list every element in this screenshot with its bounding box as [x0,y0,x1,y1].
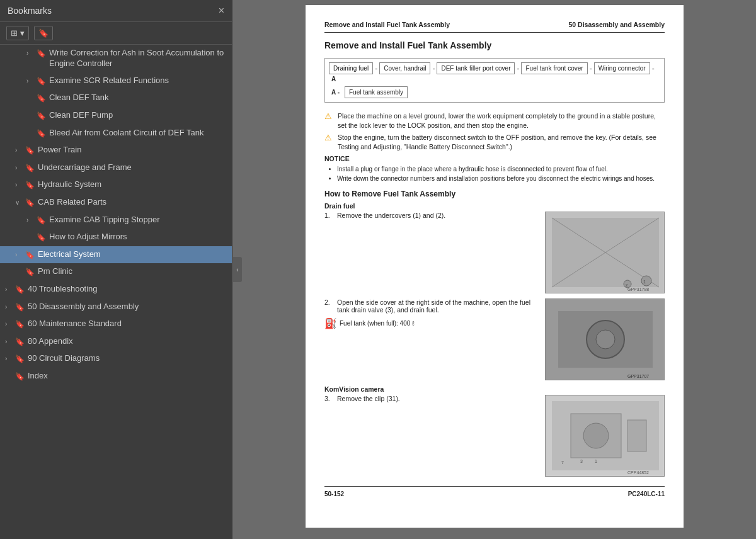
svg-rect-18 [627,420,646,451]
bookmark-icon-clean-def-pump: 🔖 [37,111,46,122]
doc-header-left: Remove and Install Fuel Tank Assembly [324,21,450,28]
expand-arrow-undercarriage[interactable]: › [15,164,23,172]
bookmark-icon-bleed-air: 🔖 [37,129,46,139]
bookmark-item-circuit[interactable]: ›🔖90 Circuit Diagrams [0,350,232,368]
bookmark-item-scr[interactable]: ›🔖Examine SCR Related Functions [0,72,232,90]
bookmark-icon-soot: 🔖 [37,49,46,59]
step-1-image: 1 2 GPP31788 [545,212,665,293]
document-panel: ‹ Remove and Install Fuel Tank Assembly … [233,0,756,539]
expand-arrow-cab-related[interactable]: ∨ [15,198,23,207]
flow-box-1: Draining fuel [329,62,373,74]
flow-box-2: Cover, handrail [379,62,430,74]
svg-text:GPP31788: GPP31788 [627,287,649,292]
bookmark-icon-circuit: 🔖 [15,355,25,365]
bookmark-item-appendix[interactable]: ›🔖80 Appendix [0,333,232,351]
svg-point-17 [583,423,609,448]
document-page: Remove and Install Fuel Tank Assembly 50… [306,5,684,528]
bookmark-list: ›🔖Write Correction for Ash in Soot Accum… [0,45,232,539]
flow-arrow-1: - [373,64,379,73]
bookmark-text-examine-cab: Examine CAB Tipping Stopper [49,215,227,225]
bookmark-item-examine-cab[interactable]: ›🔖Examine CAB Tipping Stopper [0,212,232,229]
flow-box-final: Fuel tank assembly [345,86,408,98]
footer-right: PC240LC-11 [628,491,665,497]
expand-arrow-troubleshooting[interactable]: › [5,285,13,293]
bookmark-item-pm-clinic[interactable]: 🔖Pm Clinic [0,263,232,281]
collapse-tab[interactable]: ‹ [233,257,242,282]
bookmark-item-clean-def-tank[interactable]: 🔖Clean DEF Tank [0,89,232,107]
svg-text:1: 1 [595,459,597,463]
bookmark-item-cab-related[interactable]: ∨🔖CAB Related Parts [0,194,232,212]
bookmark-text-undercarriage: Undercarriage and Frame [38,162,227,173]
bookmark-icon-scr: 🔖 [37,77,46,87]
notice-list: Install a plug or flange in the place wh… [324,164,665,183]
bookmark-icon-electrical: 🔖 [25,251,35,261]
bookmark-item-disassembly[interactable]: ›🔖50 Disassembly and Assembly [0,298,232,316]
footer-left: 50-152 [324,491,344,497]
bookmarks-header: Bookmarks × [0,0,232,22]
bookmark-icon-disassembly: 🔖 [15,303,25,313]
bookmarks-title: Bookmarks [8,6,52,16]
bookmark-item-power-train[interactable]: ›🔖Power Train [0,142,232,159]
bookmark-button[interactable]: 🔖 [34,26,53,40]
bookmark-text-disassembly: 50 Disassembly and Assembly [28,302,227,312]
close-icon[interactable]: × [219,5,224,16]
bookmark-item-adjust-mirrors[interactable]: 🔖How to Adjust Mirrors [0,229,232,246]
bookmark-item-clean-def-pump[interactable]: 🔖Clean DEF Pump [0,107,232,125]
expand-arrow-circuit[interactable]: › [5,355,13,363]
expand-arrow-appendix[interactable]: › [5,338,13,346]
flow-arrow-5: - [650,64,656,73]
step-1-content: Remove the undercovers (1) and (2). [337,212,539,219]
flow-box-3: DEF tank filler port cover [437,62,515,74]
bookmark-icon-maintenance: 🔖 [15,320,25,330]
bookmark-item-soot[interactable]: ›🔖Write Correction for Ash in Soot Accum… [0,45,232,72]
notice-item-2: Write down the connector numbers and ins… [337,174,665,183]
subsection-komvision: KomVision camera [324,385,665,393]
bookmark-text-scr: Examine SCR Related Functions [49,76,227,86]
bookmark-icon-cab-related: 🔖 [25,198,35,208]
bookmark-icon-index: 🔖 [15,372,25,382]
step-3-text: 3. Remove the clip (31). [324,395,539,477]
expand-arrow-disassembly[interactable]: › [5,303,13,311]
expand-arrow-examine-cab[interactable]: › [26,216,34,224]
flow-arrow-2: - [430,64,437,73]
expand-arrow-soot[interactable]: › [26,49,34,57]
svg-text:CPP44852: CPP44852 [627,470,649,475]
step-3-image: 7 3 1 CPP44852 [545,395,665,477]
bookmark-item-undercarriage[interactable]: ›🔖Undercarriage and Frame [0,159,232,177]
bookmark-icon-adjust-mirrors: 🔖 [37,233,46,243]
bookmark-item-troubleshooting[interactable]: ›🔖40 Troubleshooting [0,281,232,298]
flow-arrow-4: - [588,64,594,73]
bookmark-text-index: Index [28,371,227,382]
bookmark-item-maintenance[interactable]: ›🔖60 Maintenance Standard [0,315,232,333]
bookmark-icon-power-train: 🔖 [25,146,35,156]
svg-text:1: 1 [643,280,646,284]
flow-diagram: Draining fuel - Cover, handrail - DEF ta… [324,58,665,103]
bookmark-item-index[interactable]: 🔖Index [0,368,232,385]
bookmark-text-adjust-mirrors: How to Adjust Mirrors [49,232,227,242]
step-2-text: 2. Open the side cover at the right side… [324,298,539,380]
flow-box-4: Fuel tank front cover [521,62,587,74]
flow-label-a: A [329,74,338,84]
bookmark-text-cab-related: CAB Related Parts [38,197,227,208]
spec-line: ⛽ Fuel tank (when full): 400 ℓ [324,317,539,329]
flow-label-a2: A - [329,88,342,97]
warning-text-1: Place the machine on a level ground, low… [338,111,665,130]
bookmark-text-electrical: Electrical System [38,249,227,260]
expand-arrow-scr[interactable]: › [26,77,34,85]
bookmark-item-bleed-air[interactable]: 🔖Bleed Air from Coolant Circuit of DEF T… [0,125,232,142]
subsection-drain: Drain fuel [324,202,665,210]
bookmark-item-hydraulic[interactable]: ›🔖Hydraulic System [0,176,232,194]
notice-block: NOTICE Install a plug or flange in the p… [324,155,665,183]
expand-arrow-electrical[interactable]: › [15,251,23,259]
bookmark-text-clean-def-tank: Clean DEF Tank [49,93,227,103]
bookmark-text-bleed-air: Bleed Air from Coolant Circuit of DEF Ta… [49,128,227,139]
view-button[interactable]: ⊞ ▾ [6,26,29,40]
bookmark-item-electrical[interactable]: ›🔖Electrical System [0,246,232,264]
expand-arrow-hydraulic[interactable]: › [15,181,23,189]
expand-arrow-maintenance[interactable]: › [5,320,13,328]
bookmark-text-clean-def-pump: Clean DEF Pump [49,110,227,121]
step-2-content: Open the side cover at the right side of… [337,298,539,314]
bookmark-icon-clean-def-tank: 🔖 [37,94,46,104]
svg-text:GPP31707: GPP31707 [627,374,649,378]
expand-arrow-power-train[interactable]: › [15,146,23,154]
